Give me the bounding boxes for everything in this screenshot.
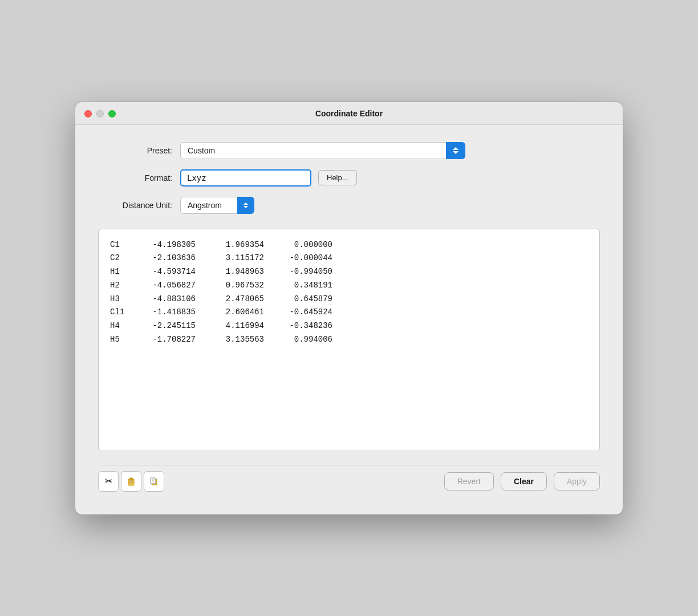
z-value: -0.000044 bbox=[275, 252, 344, 265]
bottom-toolbar: ✂ bbox=[98, 465, 600, 497]
scissors-icon: ✂ bbox=[105, 476, 112, 487]
arrow-up-icon bbox=[453, 147, 458, 150]
clear-button[interactable]: Clear bbox=[501, 472, 547, 491]
y-value: 4.116994 bbox=[207, 319, 275, 333]
svg-rect-1 bbox=[129, 478, 133, 480]
window-body: Preset: CustomXYZGaussianMolfile Format:… bbox=[75, 125, 623, 514]
help-button[interactable]: Help... bbox=[318, 170, 357, 185]
paste-icon bbox=[126, 476, 136, 487]
z-value: -0.994050 bbox=[275, 265, 344, 279]
distance-unit-label: Distance Unit: bbox=[98, 201, 172, 210]
y-value: 0.967532 bbox=[207, 279, 275, 293]
z-value: 0.000000 bbox=[275, 238, 344, 252]
table-row: H2 -4.056827 0.967532 0.348191 bbox=[110, 279, 588, 293]
y-value: 3.135563 bbox=[207, 333, 275, 347]
copy-icon bbox=[149, 476, 159, 487]
arrow-down-icon bbox=[453, 151, 458, 154]
distance-select-wrapper: AngstromBohrNanometer bbox=[180, 197, 254, 214]
action-buttons: Revert Clear Apply bbox=[444, 472, 600, 491]
scissors-button[interactable]: ✂ bbox=[98, 471, 119, 492]
copy-button[interactable] bbox=[144, 471, 164, 492]
atom-label: Cl1 bbox=[110, 306, 139, 319]
atom-label: C1 bbox=[110, 238, 139, 252]
coordinate-editor-window: Coordinate Editor Preset: CustomXYZGauss… bbox=[75, 102, 623, 514]
z-value: 0.348191 bbox=[275, 279, 344, 293]
x-value: -1.708227 bbox=[139, 333, 207, 347]
x-value: -4.593714 bbox=[139, 265, 207, 279]
table-row: H5 -1.708227 3.135563 0.994006 bbox=[110, 333, 588, 347]
preset-select-arrow[interactable] bbox=[446, 142, 465, 159]
window-title: Coordinate Editor bbox=[315, 109, 383, 118]
title-bar: Coordinate Editor bbox=[75, 102, 623, 125]
preset-label: Preset: bbox=[98, 146, 172, 155]
atom-label: H5 bbox=[110, 333, 139, 347]
table-row: H4 -2.245115 4.116994 -0.348236 bbox=[110, 319, 588, 333]
y-value: 2.478065 bbox=[207, 293, 275, 306]
x-value: -2.245115 bbox=[139, 319, 207, 333]
y-value: 3.115172 bbox=[207, 252, 275, 265]
minimize-button[interactable] bbox=[96, 110, 104, 117]
distance-select[interactable]: AngstromBohrNanometer bbox=[180, 197, 254, 214]
x-value: -1.418835 bbox=[139, 306, 207, 319]
close-button[interactable] bbox=[84, 110, 92, 117]
atom-label: C2 bbox=[110, 252, 139, 265]
preset-select[interactable]: CustomXYZGaussianMolfile bbox=[180, 142, 465, 159]
table-row: C2 -2.103636 3.115172 -0.000044 bbox=[110, 252, 588, 265]
y-value: 1.948963 bbox=[207, 265, 275, 279]
atom-label: H3 bbox=[110, 293, 139, 306]
format-input[interactable] bbox=[180, 169, 311, 187]
z-value: 0.994006 bbox=[275, 333, 344, 347]
z-value: 0.645879 bbox=[275, 293, 344, 306]
z-value: -0.348236 bbox=[275, 319, 344, 333]
apply-button[interactable]: Apply bbox=[554, 472, 600, 491]
x-value: -2.103636 bbox=[139, 252, 207, 265]
x-value: -4.056827 bbox=[139, 279, 207, 293]
atom-label: H4 bbox=[110, 319, 139, 333]
paste-button[interactable] bbox=[121, 471, 141, 492]
distance-unit-row: Distance Unit: AngstromBohrNanometer bbox=[98, 197, 600, 214]
x-value: -4.883106 bbox=[139, 293, 207, 306]
table-row: Cl1 -1.418835 2.606461 -0.645924 bbox=[110, 306, 588, 319]
table-row: C1 -4.198305 1.969354 0.000000 bbox=[110, 238, 588, 252]
format-label: Format: bbox=[98, 173, 172, 183]
icon-buttons: ✂ bbox=[98, 471, 164, 492]
y-value: 2.606461 bbox=[207, 306, 275, 319]
x-value: -4.198305 bbox=[139, 238, 207, 252]
traffic-lights bbox=[84, 110, 116, 117]
svg-rect-0 bbox=[128, 479, 134, 485]
table-row: H3 -4.883106 2.478065 0.645879 bbox=[110, 293, 588, 306]
coordinates-area[interactable]: C1 -4.198305 1.969354 0.000000 C2 -2.103… bbox=[98, 229, 600, 451]
table-row: H1 -4.593714 1.948963 -0.994050 bbox=[110, 265, 588, 279]
atom-label: H2 bbox=[110, 279, 139, 293]
y-value: 1.969354 bbox=[207, 238, 275, 252]
revert-button[interactable]: Revert bbox=[444, 472, 494, 491]
format-row: Format: Help... bbox=[98, 169, 600, 187]
z-value: -0.645924 bbox=[275, 306, 344, 319]
maximize-button[interactable] bbox=[108, 110, 116, 117]
preset-row: Preset: CustomXYZGaussianMolfile bbox=[98, 142, 600, 159]
atom-label: H1 bbox=[110, 265, 139, 279]
preset-select-wrapper: CustomXYZGaussianMolfile bbox=[180, 142, 465, 159]
